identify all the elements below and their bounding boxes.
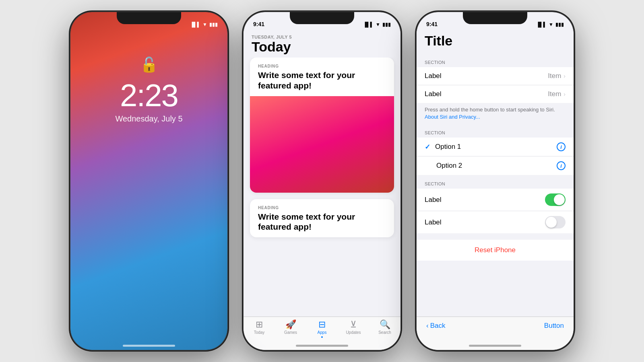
today-content: TUESDAY, JULY 5 Today HEADING Write some… <box>244 30 400 350</box>
card-heading-1: HEADING <box>258 64 386 68</box>
chevron-icon-1: › <box>564 73 566 79</box>
tab-today[interactable]: ⊞ Today <box>244 320 275 335</box>
home-indicator[interactable] <box>469 345 521 347</box>
games-tab-label: Games <box>284 330 297 335</box>
tab-apps[interactable]: ⊟ Apps <box>306 320 338 338</box>
status-icons: ▐▌▌ ▼ ▮▮▮ <box>363 22 391 27</box>
tab-updates[interactable]: ⊻ Updates <box>338 320 369 335</box>
lock-time: 2:23 <box>120 80 178 111</box>
games-tab-icon: 🚀 <box>285 320 296 329</box>
updates-tab-label: Updates <box>346 330 361 335</box>
toggle-off[interactable] <box>545 216 566 228</box>
phone-appstore: 9:41 ▐▌▌ ▼ ▮▮▮ TUESDAY, JULY 5 Today HEA… <box>244 12 400 350</box>
toggle-on[interactable] <box>545 193 566 206</box>
lock-content: 🔓 2:23 Wednesday, July 5 <box>70 56 227 123</box>
active-tab-indicator <box>321 336 323 338</box>
nav-button[interactable]: Button <box>544 322 564 330</box>
settings-list-3: Label Label <box>417 189 574 233</box>
settings-list-2: ✓ Option 1 i Option 2 i <box>417 138 574 175</box>
back-button[interactable]: ‹ Back <box>426 322 445 330</box>
status-icons: ▐▌▌ ▼ ▮▮▮ <box>190 22 218 27</box>
apps-tab-label: Apps <box>318 330 327 335</box>
toggle-knob <box>546 217 557 228</box>
wifi-icon: ▼ <box>376 22 380 27</box>
card-image-1 <box>250 96 394 193</box>
settings-group-1: SECTION Label Item › Label Item › Press … <box>417 53 574 124</box>
option-1-label: Option 1 <box>435 143 557 151</box>
today-card-2[interactable]: HEADING Write some text for your feature… <box>250 199 394 237</box>
reset-row[interactable]: Reset iPhone <box>417 240 574 261</box>
today-title: Today <box>252 39 392 54</box>
today-header: TUESDAY, JULY 5 Today <box>244 30 400 58</box>
battery-icon: ▮▮▮ <box>382 22 391 27</box>
search-tab-label: Search <box>378 330 391 335</box>
home-indicator[interactable] <box>296 345 348 347</box>
status-time: 9:41 <box>426 21 438 27</box>
tab-search[interactable]: 🔍 Search <box>369 320 400 335</box>
search-tab-icon: 🔍 <box>380 320 390 329</box>
settings-row-toggle-off[interactable]: Label <box>417 211 574 233</box>
wifi-icon: ▼ <box>202 22 207 27</box>
tab-games[interactable]: 🚀 Games <box>275 320 306 335</box>
settings-group-3: SECTION Label Label <box>417 175 574 233</box>
status-icons: ▐▌▌ ▼ ▮▮▮ <box>537 22 564 27</box>
row-label-2: Label <box>425 90 548 98</box>
settings-row-label-item-2[interactable]: Label Item › <box>417 85 574 103</box>
updates-tab-icon: ⊻ <box>350 320 357 329</box>
row-label-1: Label <box>425 72 548 80</box>
option-2-label: Option 2 <box>436 162 557 170</box>
today-tab-label: Today <box>254 330 265 335</box>
section-label-2: SECTION <box>417 124 574 138</box>
chevron-icon-2: › <box>564 91 566 97</box>
battery-icon: ▮▮▮ <box>555 22 564 27</box>
wifi-icon: ▼ <box>549 22 553 27</box>
phone-settings: 9:41 ▐▌▌ ▼ ▮▮▮ Title SECTION Label Item … <box>417 12 574 350</box>
settings-row-option-2[interactable]: Option 2 i <box>417 156 574 175</box>
signal-icon: ▐▌▌ <box>363 22 374 27</box>
settings-row-toggle-on[interactable]: Label <box>417 189 574 211</box>
card-heading-2: HEADING <box>258 206 386 210</box>
notch <box>117 12 181 24</box>
settings-content: Title SECTION Label Item › Label Item › <box>417 30 574 350</box>
signal-icon: ▐▌▌ <box>190 22 201 27</box>
signal-icon: ▐▌▌ <box>537 22 547 27</box>
home-indicator[interactable] <box>123 345 175 347</box>
toggle-knob <box>554 194 565 205</box>
row-value-2: Item <box>548 90 561 98</box>
siri-link[interactable]: About Siri and Privacy... <box>425 114 480 120</box>
lock-icon: 🔓 <box>140 56 158 73</box>
settings-page-title: Title <box>425 33 566 49</box>
phone-lockscreen: ▐▌▌ ▼ ▮▮▮ 🔓 2:23 Wednesday, July 5 <box>70 12 227 350</box>
settings-list-1: Label Item › Label Item › <box>417 67 574 103</box>
toggle-off-label: Label <box>425 218 545 226</box>
settings-row-label-item-1[interactable]: Label Item › <box>417 67 574 85</box>
siri-note: Press and hold the home button to start … <box>417 103 574 124</box>
settings-header: Title <box>417 30 574 53</box>
reset-label[interactable]: Reset iPhone <box>475 246 516 254</box>
notch <box>463 12 527 24</box>
back-label: Back <box>430 322 446 330</box>
info-button-2[interactable]: i <box>557 161 566 170</box>
section-label-1: SECTION <box>417 53 574 67</box>
today-tab-icon: ⊞ <box>256 320 263 329</box>
info-button-1[interactable]: i <box>557 142 566 151</box>
card-text-2: HEADING Write some text for your feature… <box>250 199 394 237</box>
status-time: 9:41 <box>253 21 264 27</box>
back-chevron-icon: ‹ <box>426 322 429 330</box>
nav-button-label: Button <box>544 322 564 329</box>
row-value-1: Item <box>548 72 561 80</box>
notch <box>290 12 354 24</box>
card-body-1: Write some text for your featured app! <box>258 70 386 90</box>
today-card-1[interactable]: HEADING Write some text for your feature… <box>250 58 394 192</box>
today-cards[interactable]: HEADING Write some text for your feature… <box>244 58 400 337</box>
apps-tab-icon: ⊟ <box>318 320 326 329</box>
battery-icon: ▮▮▮ <box>209 22 218 27</box>
checkmark-icon: ✓ <box>425 143 430 151</box>
section-label-3: SECTION <box>417 175 574 189</box>
toggle-on-label: Label <box>425 196 545 204</box>
card-body-2: Write some text for your featured app! <box>258 212 386 232</box>
settings-row-option-1[interactable]: ✓ Option 1 i <box>417 138 574 156</box>
lock-date: Wednesday, July 5 <box>115 114 182 123</box>
card-text-1: HEADING Write some text for your feature… <box>250 58 394 96</box>
settings-group-2: SECTION ✓ Option 1 i Option 2 i <box>417 124 574 175</box>
